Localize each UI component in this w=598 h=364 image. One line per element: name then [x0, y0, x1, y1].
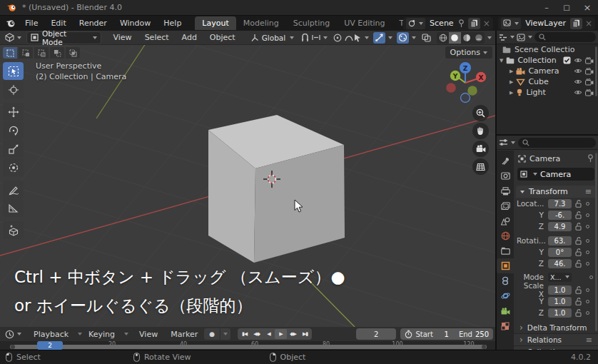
- animate-dot[interactable]: [586, 311, 589, 315]
- outliner-row-cube[interactable]: ▶ Cube: [497, 76, 598, 87]
- snap-settings-dropdown[interactable]: [312, 34, 328, 41]
- timeline-scrollbar[interactable]: [10, 345, 487, 349]
- viewlayer-name[interactable]: ViewLayer: [525, 19, 566, 28]
- select-mode-intersect[interactable]: [66, 47, 80, 59]
- animate-dot[interactable]: [586, 262, 589, 266]
- timeline-editor-type-button[interactable]: [2, 328, 24, 340]
- lock-icon[interactable]: [575, 260, 582, 268]
- scale-y-field[interactable]: 1.0: [548, 297, 572, 306]
- remove-viewlayer-icon[interactable]: ×: [585, 19, 592, 29]
- lock-icon[interactable]: [575, 298, 582, 305]
- tab-world-properties[interactable]: [497, 228, 514, 243]
- window-minimize-button[interactable]: –: [537, 0, 557, 16]
- viewport-menu-object[interactable]: Object: [203, 33, 242, 42]
- jump-to-end-button[interactable]: ▶▮: [299, 329, 311, 339]
- menu-render[interactable]: Render: [73, 19, 113, 28]
- properties-search-input[interactable]: [518, 138, 596, 148]
- animate-dot[interactable]: [586, 300, 589, 303]
- animate-dot[interactable]: [586, 213, 589, 217]
- outliner-row-camera[interactable]: ▶ Camera: [497, 66, 598, 76]
- disable-render-icon[interactable]: [585, 57, 594, 64]
- lock-icon[interactable]: [575, 223, 582, 231]
- snap-toggle-button[interactable]: [301, 34, 309, 42]
- proportional-edit-button[interactable]: [333, 34, 342, 42]
- outliner-display-mode-button[interactable]: [517, 34, 532, 41]
- section-delta-transform[interactable]: › Delta Transform: [514, 321, 598, 333]
- hide-eye-icon[interactable]: [574, 79, 582, 85]
- tab-sculpting[interactable]: Sculpting: [286, 16, 337, 30]
- timeline-menu-view[interactable]: View: [133, 330, 164, 339]
- properties-scrollbar[interactable]: [595, 153, 597, 331]
- outliner-filter-button[interactable]: [499, 34, 515, 41]
- disable-render-icon[interactable]: [585, 79, 594, 86]
- viewport-3d[interactable]: Object Mode View Select Add Object Globa…: [0, 31, 495, 327]
- current-frame-badge[interactable]: 2: [37, 341, 63, 350]
- tab-constraints-properties[interactable]: [497, 273, 514, 288]
- scene-type-button[interactable]: [406, 18, 425, 29]
- outliner-row-light[interactable]: ▶ Light: [497, 87, 598, 98]
- tab-output-properties[interactable]: [497, 183, 514, 198]
- tool-scale[interactable]: [3, 140, 24, 158]
- pin-icon[interactable]: [587, 154, 594, 163]
- current-frame-field[interactable]: 2: [356, 328, 397, 340]
- disclosure-closed-icon[interactable]: ▶: [510, 90, 513, 96]
- viewlayer-type-button[interactable]: [501, 18, 521, 29]
- shading-dropdown[interactable]: [487, 36, 492, 39]
- orientation-dropdown[interactable]: Global: [250, 34, 295, 42]
- end-value[interactable]: 250: [475, 330, 489, 338]
- animate-dot[interactable]: [586, 288, 589, 292]
- tab-tool-properties[interactable]: [497, 153, 514, 168]
- select-mode-invert[interactable]: [50, 47, 64, 59]
- outliner-scrollbar[interactable]: [595, 46, 597, 96]
- window-maximize-button[interactable]: □: [557, 0, 577, 16]
- panel-menu-icon[interactable]: ≡: [585, 187, 592, 196]
- tab-modeling[interactable]: Modeling: [236, 16, 286, 30]
- window-close-button[interactable]: ×: [577, 0, 598, 16]
- gizmos-dropdown[interactable]: [388, 36, 392, 39]
- blender-app-icon[interactable]: [5, 19, 16, 28]
- timeline-menu-marker[interactable]: Marker: [164, 330, 204, 339]
- hide-eye-icon[interactable]: [574, 89, 582, 96]
- shading-rendered-button[interactable]: [472, 32, 485, 44]
- overlays-dropdown[interactable]: [412, 36, 416, 39]
- xray-toggle[interactable]: [422, 34, 431, 42]
- viewport-menu-view[interactable]: View: [107, 33, 138, 42]
- checkbox-icon[interactable]: [563, 56, 571, 64]
- breadcrumb-object-name[interactable]: Camera: [529, 154, 584, 163]
- tool-transform[interactable]: [3, 158, 24, 176]
- proportional-falloff-button[interactable]: [345, 34, 353, 42]
- rotation-x-field[interactable]: 63.: [548, 236, 572, 246]
- disclosure-closed-icon[interactable]: ▶: [510, 69, 513, 74]
- unlink-scene-icon[interactable]: ×: [483, 19, 490, 29]
- disclosure-closed-icon[interactable]: ▶: [510, 79, 513, 85]
- outliner-row-collection[interactable]: ▼ Collection: [497, 55, 598, 66]
- animate-dot[interactable]: [586, 239, 589, 243]
- tool-select-box[interactable]: [3, 62, 24, 80]
- location-z-field[interactable]: 4.9: [548, 222, 572, 231]
- tool-add-cube[interactable]: [3, 221, 24, 239]
- play-button[interactable]: ▶: [275, 329, 287, 339]
- hide-eye-icon[interactable]: [574, 57, 582, 64]
- panel-menu-icon[interactable]: ≡: [586, 335, 592, 345]
- rotation-z-field[interactable]: 46.: [548, 259, 572, 268]
- tab-collection-properties[interactable]: [497, 243, 514, 258]
- new-viewlayer-button[interactable]: [570, 18, 582, 29]
- lock-icon[interactable]: [575, 286, 582, 294]
- properties-editor-type-button[interactable]: [499, 138, 515, 146]
- tab-physics-properties[interactable]: [497, 288, 514, 303]
- transform-panel-header[interactable]: Transform ≡: [516, 186, 596, 198]
- ortho-toggle-button[interactable]: [472, 158, 489, 175]
- animate-dot[interactable]: [589, 275, 593, 279]
- tab-view-layer-properties[interactable]: [497, 198, 514, 213]
- prev-keyframe-button[interactable]: ◀◆: [250, 329, 263, 339]
- scrollbar-end-dot[interactable]: [482, 345, 486, 349]
- location-x-field[interactable]: 7.3: [548, 199, 572, 208]
- lock-icon[interactable]: [575, 200, 582, 208]
- navigation-gizmo[interactable]: Z Y X: [441, 57, 490, 106]
- section-relations[interactable]: › Relations ≡: [514, 333, 598, 345]
- viewport-menu-add[interactable]: Add: [176, 33, 203, 42]
- lock-icon[interactable]: [575, 248, 582, 256]
- shading-wireframe-button[interactable]: [437, 32, 449, 44]
- shading-solid-button[interactable]: [449, 32, 461, 44]
- timeline-menu-playback[interactable]: Playback: [27, 330, 75, 339]
